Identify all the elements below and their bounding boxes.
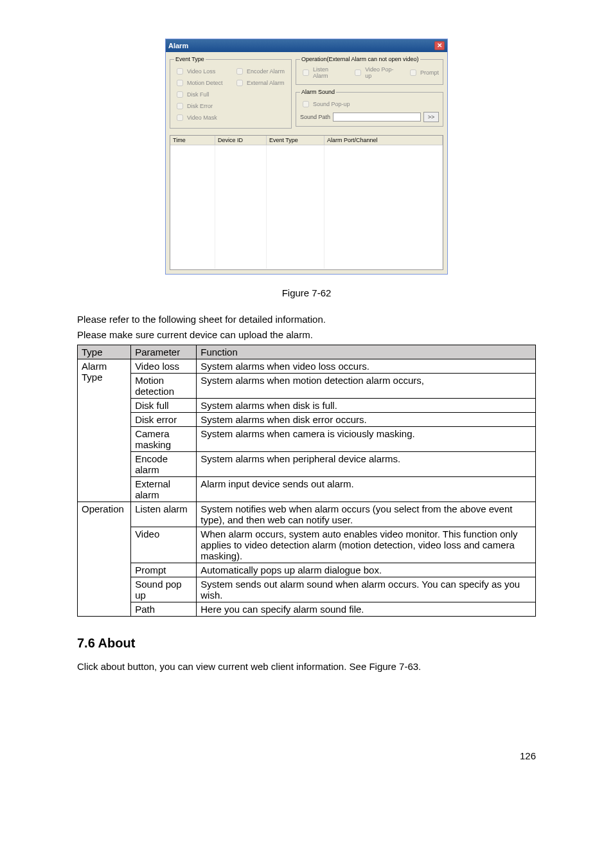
prompt-checkbox[interactable] bbox=[410, 69, 416, 76]
cell-function: System alarms when motion detection alar… bbox=[197, 373, 536, 398]
motion-detect-label: Motion Detect bbox=[187, 80, 223, 86]
table-row: VideoWhen alarm occurs, system auto enab… bbox=[78, 527, 536, 563]
table-row: Encode alarmSystem alarms when periphera… bbox=[78, 451, 536, 476]
cell-type: Alarm Type bbox=[78, 359, 131, 502]
cell-parameter: Camera masking bbox=[131, 426, 197, 451]
cell-parameter: Video loss bbox=[131, 359, 197, 373]
disk-error-checkbox[interactable] bbox=[177, 103, 183, 109]
cell-parameter: Sound pop up bbox=[131, 577, 197, 602]
video-popup-label: Video Pop-up bbox=[365, 66, 398, 79]
listen-alarm-label: Listen Alarm bbox=[313, 66, 343, 79]
cell-type: Operation bbox=[78, 502, 131, 616]
cell-function: Here you can specify alarm sound file. bbox=[197, 602, 536, 616]
figure-caption: Figure 7-62 bbox=[77, 287, 536, 298]
video-loss-checkbox[interactable] bbox=[177, 68, 183, 75]
cell-function: System alarms when disk is full. bbox=[197, 398, 536, 412]
sound-popup-checkbox[interactable] bbox=[303, 101, 309, 107]
table-row: Sound pop upSystem sends out alarm sound… bbox=[78, 577, 536, 602]
video-popup-checkbox[interactable] bbox=[355, 69, 361, 76]
cell-function: Alarm input device sends out alarm. bbox=[197, 476, 536, 502]
prompt-label: Prompt bbox=[420, 69, 439, 76]
operation-group: Operation(External Alarm can not open vi… bbox=[296, 56, 443, 85]
dialog-title: Alarm bbox=[168, 42, 188, 50]
video-loss-label: Video Loss bbox=[187, 68, 215, 75]
alarm-grid: Time Device ID Event Type Alarm Port/Cha… bbox=[170, 135, 443, 270]
table-row: Alarm TypeVideo lossSystem alarms when v… bbox=[78, 359, 536, 373]
alarm-dialog: Alarm ✕ Event Type Video Loss Motion Det… bbox=[165, 39, 448, 275]
sound-path-label: Sound Path bbox=[300, 114, 330, 120]
alarm-sound-legend: Alarm Sound bbox=[300, 89, 336, 95]
encoder-alarm-label: Encoder Alarm bbox=[247, 68, 285, 75]
browse-button[interactable]: >> bbox=[423, 112, 439, 122]
cell-parameter: Disk error bbox=[131, 412, 197, 426]
close-icon[interactable]: ✕ bbox=[434, 41, 445, 50]
grid-header: Time Device ID Event Type Alarm Port/Cha… bbox=[170, 136, 443, 145]
parameter-table: Type Parameter Function Alarm TypeVideo … bbox=[77, 345, 536, 617]
col-time[interactable]: Time bbox=[170, 136, 215, 145]
event-type-group: Event Type Video Loss Motion Detect Disk… bbox=[170, 56, 292, 129]
operation-legend: Operation(External Alarm can not open vi… bbox=[300, 56, 420, 62]
cell-parameter: Video bbox=[131, 527, 197, 563]
cell-function: System alarms when camera is viciously m… bbox=[197, 426, 536, 451]
col-device-id[interactable]: Device ID bbox=[215, 136, 267, 145]
cell-parameter: Disk full bbox=[131, 398, 197, 412]
table-row: OperationListen alarmSystem notifies web… bbox=[78, 502, 536, 527]
cell-parameter: External alarm bbox=[131, 476, 197, 502]
listen-alarm-checkbox[interactable] bbox=[303, 69, 309, 76]
table-row: External alarmAlarm input device sends o… bbox=[78, 476, 536, 502]
motion-detect-checkbox[interactable] bbox=[177, 80, 183, 86]
cell-parameter: Path bbox=[131, 602, 197, 616]
page-number: 126 bbox=[77, 750, 536, 761]
table-row: Disk errorSystem alarms when disk error … bbox=[78, 412, 536, 426]
sound-popup-label: Sound Pop-up bbox=[313, 101, 350, 107]
dialog-body: Event Type Video Loss Motion Detect Disk… bbox=[166, 52, 447, 274]
external-alarm-label: External Alarm bbox=[247, 80, 285, 86]
col-event-type[interactable]: Event Type bbox=[267, 136, 324, 145]
table-row: Motion detectionSystem alarms when motio… bbox=[78, 373, 536, 398]
cell-function: System alarms when video loss occurs. bbox=[197, 359, 536, 373]
video-mask-checkbox[interactable] bbox=[177, 114, 183, 121]
section-heading: 7.6 About bbox=[77, 636, 536, 651]
cell-parameter: Listen alarm bbox=[131, 502, 197, 527]
disk-full-checkbox[interactable] bbox=[177, 91, 183, 98]
event-type-legend: Event Type bbox=[174, 56, 206, 62]
cell-function: System alarms when peripheral device ala… bbox=[197, 451, 536, 476]
col-head-type: Type bbox=[78, 345, 131, 359]
cell-parameter: Motion detection bbox=[131, 373, 197, 398]
table-row: PromptAutomatically pops up alarm dialog… bbox=[78, 563, 536, 577]
table-row: Disk fullSystem alarms when disk is full… bbox=[78, 398, 536, 412]
intro-line-2: Please make sure current device can uplo… bbox=[77, 328, 536, 342]
table-row: Camera maskingSystem alarms when camera … bbox=[78, 426, 536, 451]
disk-error-label: Disk Error bbox=[187, 103, 213, 109]
cell-function: System sends out alarm sound when alarm … bbox=[197, 577, 536, 602]
disk-full-label: Disk Full bbox=[187, 91, 209, 98]
cell-function: System notifies web when alarm occurs (y… bbox=[197, 502, 536, 527]
col-head-parameter: Parameter bbox=[131, 345, 197, 359]
cell-parameter: Prompt bbox=[131, 563, 197, 577]
cell-parameter: Encode alarm bbox=[131, 451, 197, 476]
sound-path-input[interactable] bbox=[333, 113, 421, 122]
table-row: PathHere you can specify alarm sound fil… bbox=[78, 602, 536, 616]
video-mask-label: Video Mask bbox=[187, 114, 217, 121]
cell-function: When alarm occurs, system auto enables v… bbox=[197, 527, 536, 563]
external-alarm-checkbox[interactable] bbox=[236, 80, 243, 86]
section-body: Click about button, you can view current… bbox=[77, 660, 536, 674]
col-head-function: Function bbox=[197, 345, 536, 359]
cell-function: System alarms when disk error occurs. bbox=[197, 412, 536, 426]
col-alarm-port[interactable]: Alarm Port/Channel bbox=[324, 136, 443, 145]
cell-function: Automatically pops up alarm dialogue box… bbox=[197, 563, 536, 577]
alarm-sound-group: Alarm Sound Sound Pop-up Sound Path >> bbox=[296, 89, 443, 127]
encoder-alarm-checkbox[interactable] bbox=[236, 68, 243, 75]
intro-line-1: Please refer to the following sheet for … bbox=[77, 312, 536, 327]
dialog-titlebar: Alarm ✕ bbox=[166, 39, 447, 52]
